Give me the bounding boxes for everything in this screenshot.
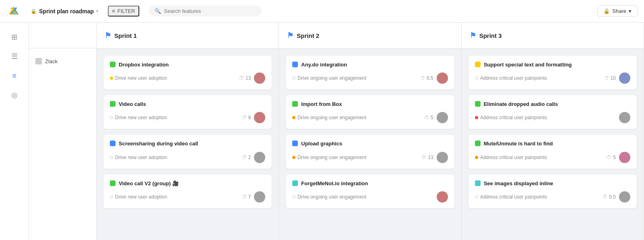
card-title-text: Screensharing during video call	[119, 140, 198, 147]
card-label-text: Address critical user painpoints	[480, 75, 547, 81]
card-label-text: Drive new user adoption	[115, 115, 167, 120]
card-label-area: Drive new user adoption	[110, 115, 167, 120]
card-title-row: Dropbox integration	[110, 61, 265, 68]
time-value: 5	[613, 155, 616, 160]
search-input[interactable]	[164, 8, 256, 14]
filter-button[interactable]: ≡ FILTER	[108, 6, 139, 17]
card-time: ⏱10	[604, 75, 616, 81]
clock-icon: ⏱	[421, 155, 426, 160]
label-status-dot	[475, 195, 478, 199]
sidebar-lines-icon[interactable]: ≡	[6, 68, 23, 84]
card-time: ⏱2	[242, 155, 251, 160]
app-logo	[6, 4, 21, 19]
card-title-text: Dropbox integration	[119, 61, 169, 68]
label-status-dot	[475, 77, 478, 80]
card-title-row: ForgetMeNot.io integration	[292, 180, 448, 187]
card-title-text: Import from Box	[301, 101, 342, 108]
card-avatar	[437, 191, 448, 203]
feature-card[interactable]: Any.do integrationDrive ongoing user eng…	[285, 55, 454, 90]
card-right-area: ⏱5	[424, 112, 448, 123]
share-lock-icon: 🔒	[603, 8, 610, 14]
label-status-dot	[292, 116, 295, 119]
card-right-area	[619, 112, 630, 123]
card-label-area: Address critical user painpoints	[475, 194, 547, 200]
card-meta-row: Drive new user adoption⏱7	[110, 191, 265, 203]
card-title-row: Video calls	[110, 101, 265, 108]
card-label-area: Address critical user painpoints	[475, 115, 547, 120]
card-title-text: See images displayed inline	[484, 180, 553, 187]
card-avatar	[619, 72, 630, 84]
card-meta-row: Drive new user adoption⏱13	[110, 72, 265, 84]
search-area[interactable]: 🔍	[149, 6, 262, 17]
card-avatar	[619, 191, 630, 203]
card-meta-row: Drive ongoing user engagement⏱5	[292, 112, 448, 123]
card-title-row: Screensharing during video call	[110, 140, 265, 147]
label-row-zlack: Zlack	[35, 55, 90, 68]
time-value: 0.5	[427, 75, 433, 81]
card-avatar	[437, 112, 448, 123]
sidebar: ⊞ ☰ ≡ ◎	[0, 23, 29, 240]
card-avatar	[437, 152, 448, 163]
label-status-dot	[110, 116, 113, 119]
card-right-area: ⏱8	[242, 112, 266, 123]
feature-card[interactable]: Screensharing during video callDrive new…	[103, 134, 272, 169]
card-time: ⏱5	[607, 155, 616, 160]
main-content: Zlack ⚑ Sprint 1 ⚑ Sprint 2 ⚑ Sprint 3	[29, 23, 644, 240]
labels-column: Zlack	[29, 23, 97, 240]
card-status-dot	[110, 101, 116, 107]
time-value: 8	[248, 115, 251, 120]
card-label-text: Drive ongoing user engagement	[297, 75, 366, 81]
clock-icon: ⏱	[604, 75, 609, 81]
card-title-text: Video calls	[119, 101, 146, 108]
time-value: 0.5	[609, 194, 616, 200]
card-label-area: Drive ongoing user engagement	[292, 115, 366, 120]
feature-card[interactable]: See images displayed inlineAddress criti…	[468, 174, 637, 209]
title-area[interactable]: 🔒 Sprint plan roadmap ▾	[31, 8, 98, 14]
feature-card[interactable]: Import from BoxDrive ongoing user engage…	[285, 95, 454, 129]
card-title-row: Mute/Unmute is hard to find	[475, 140, 630, 147]
card-avatar	[254, 112, 265, 123]
card-title-text: Upload graphics	[301, 140, 342, 147]
card-right-area: ⏱2	[242, 152, 266, 163]
card-time: ⏱8	[242, 115, 251, 120]
sprint1-label: Sprint 1	[114, 32, 137, 39]
clock-icon: ⏱	[239, 75, 244, 81]
feature-card[interactable]: ForgetMeNot.io integrationDrive ongoing …	[285, 174, 454, 209]
card-title-text: ForgetMeNot.io integration	[301, 180, 368, 187]
time-value: 13	[246, 75, 251, 81]
card-label-text: Drive new user adoption	[115, 75, 167, 81]
card-title-text: Eliminate dropped audio calls	[484, 101, 558, 108]
card-label-text: Drive ongoing user engagement	[297, 194, 366, 200]
sidebar-layout-icon[interactable]: ⊞	[6, 29, 23, 45]
card-time: ⏱13	[239, 75, 251, 81]
card-status-dot	[475, 62, 481, 67]
clock-icon: ⏱	[242, 155, 247, 160]
time-value: 5	[431, 115, 433, 120]
card-time: ⏱5	[424, 115, 433, 120]
card-status-dot	[292, 62, 298, 67]
card-title-row: Eliminate dropped audio calls	[475, 101, 630, 108]
share-button[interactable]: 🔒 Share ▾	[597, 5, 638, 17]
feature-card[interactable]: Video call V2 (group) 🎥Drive new user ad…	[103, 174, 272, 209]
feature-card[interactable]: Eliminate dropped audio callsAddress cri…	[468, 95, 637, 129]
sprint1-header: ⚑ Sprint 1	[97, 23, 279, 48]
sprint3-header: ⚑ Sprint 3	[462, 23, 644, 48]
card-meta-row: Drive ongoing user engagement⏱0.5	[292, 72, 448, 84]
card-title-text: Video call V2 (group) 🎥	[119, 180, 179, 187]
feature-card[interactable]: Mute/Unmute is hard to findAddress criti…	[468, 134, 637, 169]
feature-card[interactable]: Support special text and formattingAddre…	[468, 55, 637, 90]
feature-card[interactable]: Upload graphicsDrive ongoing user engage…	[285, 134, 454, 169]
card-label-text: Address critical user painpoints	[480, 115, 547, 120]
clock-icon: ⏱	[603, 194, 607, 200]
card-title-row: Any.do integration	[292, 61, 448, 68]
feature-card[interactable]: Video callsDrive new user adoption⏱8	[103, 95, 272, 129]
feature-card[interactable]: Dropbox integrationDrive new user adopti…	[103, 55, 272, 90]
label-status-dot	[110, 156, 113, 159]
sidebar-document-icon[interactable]: ☰	[6, 48, 23, 64]
chevron-down-icon: ▾	[96, 9, 98, 13]
card-label-area: Drive new user adoption	[110, 194, 167, 200]
clock-icon: ⏱	[420, 75, 425, 81]
sidebar-compass-icon[interactable]: ◎	[6, 87, 23, 103]
clock-icon: ⏱	[424, 115, 429, 120]
share-chevron-icon: ▾	[629, 8, 632, 14]
